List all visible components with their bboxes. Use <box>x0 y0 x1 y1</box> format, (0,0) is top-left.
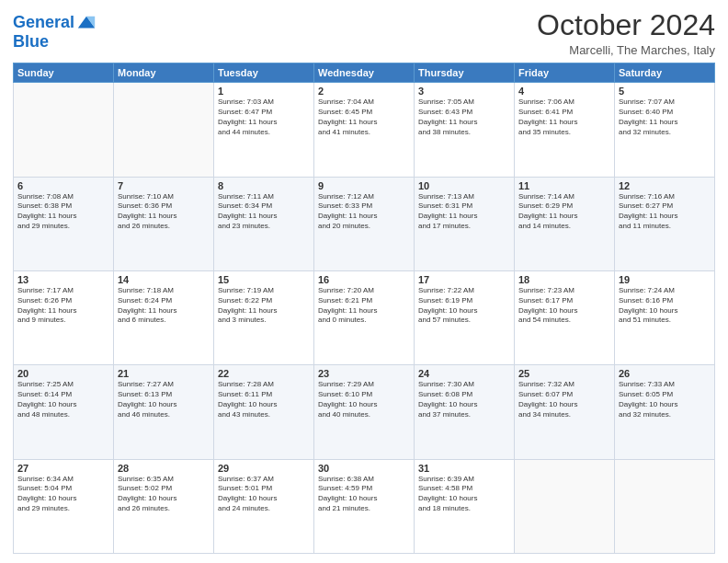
calendar-cell <box>615 459 715 553</box>
calendar-cell: 15Sunrise: 7:19 AMSunset: 6:22 PMDayligh… <box>214 270 314 364</box>
cell-content: Sunrise: 7:10 AMSunset: 6:36 PMDaylight:… <box>118 192 210 232</box>
cell-content: Sunrise: 7:24 AMSunset: 6:16 PMDaylight:… <box>619 286 711 326</box>
cell-content: Sunrise: 6:37 AMSunset: 5:01 PMDaylight:… <box>218 475 310 514</box>
calendar-cell: 26Sunrise: 7:33 AMSunset: 6:05 PMDayligh… <box>615 365 715 459</box>
day-header-monday: Monday <box>114 63 214 83</box>
calendar-cell: 21Sunrise: 7:27 AMSunset: 6:13 PMDayligh… <box>114 365 214 459</box>
logo-subtext: Blue <box>13 33 97 52</box>
day-number: 10 <box>418 180 510 191</box>
cell-content: Sunrise: 7:23 AMSunset: 6:17 PMDaylight:… <box>518 286 610 326</box>
header: General Blue October 2024 Marcelli, The … <box>13 9 715 57</box>
calendar-cell: 25Sunrise: 7:32 AMSunset: 6:07 PMDayligh… <box>515 365 615 459</box>
cell-content: Sunrise: 7:14 AMSunset: 6:29 PMDaylight:… <box>518 192 610 232</box>
cell-content: Sunrise: 6:38 AMSunset: 4:59 PMDaylight:… <box>318 475 410 514</box>
day-header-friday: Friday <box>515 63 615 83</box>
cell-content: Sunrise: 7:08 AMSunset: 6:38 PMDaylight:… <box>17 192 109 232</box>
cell-content: Sunrise: 7:28 AMSunset: 6:11 PMDaylight:… <box>218 380 310 419</box>
day-header-sunday: Sunday <box>14 63 114 83</box>
calendar-cell: 11Sunrise: 7:14 AMSunset: 6:29 PMDayligh… <box>515 177 615 270</box>
cell-content: Sunrise: 7:11 AMSunset: 6:34 PMDaylight:… <box>218 192 310 232</box>
cell-content: Sunrise: 7:13 AMSunset: 6:31 PMDaylight:… <box>418 192 510 232</box>
cell-content: Sunrise: 7:22 AMSunset: 6:19 PMDaylight:… <box>418 286 510 326</box>
calendar-cell: 19Sunrise: 7:24 AMSunset: 6:16 PMDayligh… <box>615 270 715 364</box>
header-row: SundayMondayTuesdayWednesdayThursdayFrid… <box>14 63 715 83</box>
day-number: 8 <box>218 180 310 191</box>
cell-content: Sunrise: 7:05 AMSunset: 6:43 PMDaylight:… <box>418 98 510 137</box>
calendar-cell: 3Sunrise: 7:05 AMSunset: 6:43 PMDaylight… <box>415 83 515 177</box>
day-number: 7 <box>118 180 210 191</box>
cell-content: Sunrise: 7:18 AMSunset: 6:24 PMDaylight:… <box>118 286 210 326</box>
cell-content: Sunrise: 7:30 AMSunset: 6:08 PMDaylight:… <box>418 380 510 419</box>
day-header-saturday: Saturday <box>615 63 715 83</box>
day-number: 29 <box>218 463 310 474</box>
week-row-4: 20Sunrise: 7:25 AMSunset: 6:14 PMDayligh… <box>14 365 715 459</box>
calendar-cell <box>14 83 114 177</box>
cell-content: Sunrise: 7:07 AMSunset: 6:40 PMDaylight:… <box>619 98 711 137</box>
cell-content: Sunrise: 7:16 AMSunset: 6:27 PMDaylight:… <box>619 192 711 232</box>
calendar-cell: 8Sunrise: 7:11 AMSunset: 6:34 PMDaylight… <box>214 177 314 270</box>
cell-content: Sunrise: 7:20 AMSunset: 6:21 PMDaylight:… <box>318 286 410 326</box>
calendar-cell: 29Sunrise: 6:37 AMSunset: 5:01 PMDayligh… <box>214 459 314 553</box>
day-number: 1 <box>218 86 310 97</box>
day-number: 12 <box>619 180 711 191</box>
day-number: 5 <box>619 86 711 97</box>
day-number: 11 <box>518 180 610 191</box>
cell-content: Sunrise: 7:33 AMSunset: 6:05 PMDaylight:… <box>619 380 711 419</box>
calendar-cell: 12Sunrise: 7:16 AMSunset: 6:27 PMDayligh… <box>615 177 715 270</box>
calendar-cell <box>114 83 214 177</box>
cell-content: Sunrise: 7:32 AMSunset: 6:07 PMDaylight:… <box>518 380 610 419</box>
day-number: 24 <box>418 368 510 379</box>
calendar-cell: 14Sunrise: 7:18 AMSunset: 6:24 PMDayligh… <box>114 270 214 364</box>
calendar-cell: 5Sunrise: 7:07 AMSunset: 6:40 PMDaylight… <box>615 83 715 177</box>
day-number: 9 <box>318 180 410 191</box>
title-block: October 2024 Marcelli, The Marches, Ital… <box>537 9 715 57</box>
day-number: 27 <box>17 463 109 474</box>
day-number: 6 <box>17 180 109 191</box>
day-number: 21 <box>118 368 210 379</box>
calendar-cell: 16Sunrise: 7:20 AMSunset: 6:21 PMDayligh… <box>314 270 415 364</box>
day-number: 31 <box>418 463 510 474</box>
day-number: 18 <box>518 274 610 285</box>
calendar-cell: 17Sunrise: 7:22 AMSunset: 6:19 PMDayligh… <box>415 270 515 364</box>
week-row-2: 6Sunrise: 7:08 AMSunset: 6:38 PMDaylight… <box>14 177 715 270</box>
day-number: 14 <box>118 274 210 285</box>
day-number: 25 <box>518 368 610 379</box>
day-number: 16 <box>318 274 410 285</box>
day-header-wednesday: Wednesday <box>314 63 415 83</box>
logo-icon <box>76 13 97 33</box>
cell-content: Sunrise: 7:04 AMSunset: 6:45 PMDaylight:… <box>318 98 410 137</box>
calendar-cell: 28Sunrise: 6:35 AMSunset: 5:02 PMDayligh… <box>114 459 214 553</box>
day-header-tuesday: Tuesday <box>214 63 314 83</box>
day-number: 20 <box>17 368 109 379</box>
week-row-5: 27Sunrise: 6:34 AMSunset: 5:04 PMDayligh… <box>14 459 715 553</box>
calendar-cell <box>515 459 615 553</box>
day-number: 22 <box>218 368 310 379</box>
day-number: 13 <box>17 274 109 285</box>
calendar-cell: 22Sunrise: 7:28 AMSunset: 6:11 PMDayligh… <box>214 365 314 459</box>
calendar-cell: 18Sunrise: 7:23 AMSunset: 6:17 PMDayligh… <box>515 270 615 364</box>
logo: General Blue <box>13 13 97 52</box>
week-row-3: 13Sunrise: 7:17 AMSunset: 6:26 PMDayligh… <box>14 270 715 364</box>
calendar-table: SundayMondayTuesdayWednesdayThursdayFrid… <box>13 63 715 554</box>
calendar-cell: 7Sunrise: 7:10 AMSunset: 6:36 PMDaylight… <box>114 177 214 270</box>
day-number: 3 <box>418 86 510 97</box>
week-row-1: 1Sunrise: 7:03 AMSunset: 6:47 PMDaylight… <box>14 83 715 177</box>
cell-content: Sunrise: 6:39 AMSunset: 4:58 PMDaylight:… <box>418 475 510 514</box>
calendar-cell: 23Sunrise: 7:29 AMSunset: 6:10 PMDayligh… <box>314 365 415 459</box>
logo-text: General <box>13 14 74 32</box>
day-number: 28 <box>118 463 210 474</box>
cell-content: Sunrise: 7:06 AMSunset: 6:41 PMDaylight:… <box>518 98 610 137</box>
calendar-cell: 30Sunrise: 6:38 AMSunset: 4:59 PMDayligh… <box>314 459 415 553</box>
day-number: 15 <box>218 274 310 285</box>
cell-content: Sunrise: 7:03 AMSunset: 6:47 PMDaylight:… <box>218 98 310 137</box>
cell-content: Sunrise: 7:29 AMSunset: 6:10 PMDaylight:… <box>318 380 410 419</box>
day-number: 2 <box>318 86 410 97</box>
calendar-cell: 13Sunrise: 7:17 AMSunset: 6:26 PMDayligh… <box>14 270 114 364</box>
page: General Blue October 2024 Marcelli, The … <box>0 0 728 563</box>
day-number: 23 <box>318 368 410 379</box>
calendar-cell: 4Sunrise: 7:06 AMSunset: 6:41 PMDaylight… <box>515 83 615 177</box>
cell-content: Sunrise: 7:17 AMSunset: 6:26 PMDaylight:… <box>17 286 109 326</box>
month-title: October 2024 <box>537 9 715 41</box>
day-number: 30 <box>318 463 410 474</box>
cell-content: Sunrise: 7:12 AMSunset: 6:33 PMDaylight:… <box>318 192 410 232</box>
